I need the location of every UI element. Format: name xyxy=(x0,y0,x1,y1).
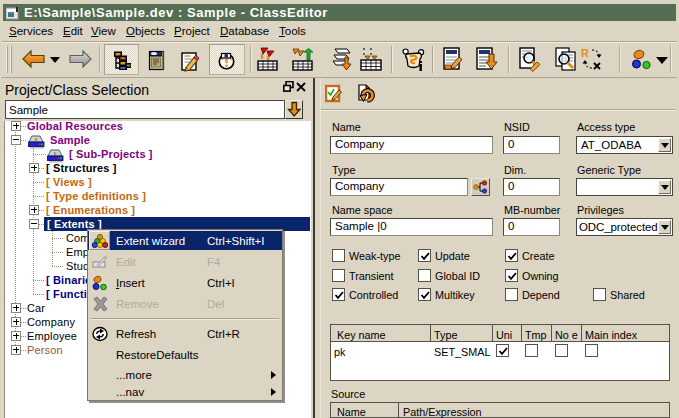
svg-text:R: R xyxy=(581,47,589,59)
